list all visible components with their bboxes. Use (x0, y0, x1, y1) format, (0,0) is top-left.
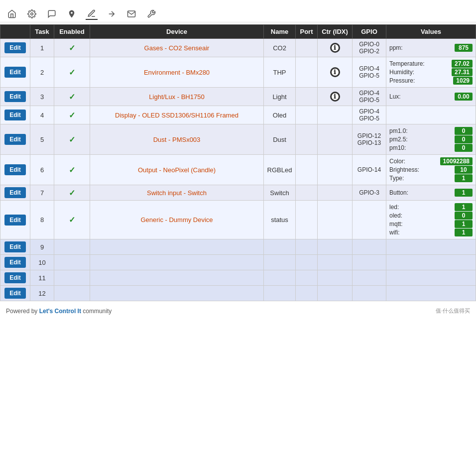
gpio-cell (353, 201, 386, 239)
value-row: wifi:1 (389, 229, 473, 236)
ctr-cell (318, 185, 353, 201)
chat-icon[interactable] (46, 8, 58, 20)
gpio-cell: GPIO-4GPIO-5 (353, 57, 386, 88)
value-badge: 1 (455, 220, 473, 228)
value-row: oled:0 (389, 212, 473, 220)
value-badge: 0 (455, 127, 473, 135)
enabled-cell: ✓ (54, 155, 90, 185)
home-icon[interactable] (6, 8, 18, 20)
table-row: Edit8✓Generic - Dummy Devicestatusled:1o… (0, 201, 476, 239)
device-name: Light/Lux - BH1750 (90, 88, 264, 106)
sensor-name: Dust (264, 124, 296, 155)
table-row: Edit3✓Light/Lux - BH1750LightℹGPIO-4GPIO… (0, 88, 476, 106)
pin-icon[interactable] (66, 8, 78, 20)
col-header-edit (0, 25, 30, 39)
footer-link[interactable]: Let's Control It (39, 308, 81, 315)
value-badge: 875 (455, 44, 473, 52)
value-badge: 1 (455, 229, 473, 236)
edit-button[interactable]: Edit (4, 164, 26, 175)
ctr-cell (318, 155, 353, 185)
port-cell (296, 270, 318, 286)
edit-button[interactable]: Edit (4, 257, 26, 268)
edit-button[interactable]: Edit (4, 134, 26, 145)
device-name: Generic - Dummy Device (90, 201, 264, 239)
value-label: Type: (389, 175, 404, 182)
checkmark-icon: ✓ (69, 68, 75, 77)
edit-button[interactable]: Edit (4, 110, 26, 120)
port-cell (296, 255, 318, 270)
table-row: Edit10 (0, 255, 476, 270)
value-row: led:1 (389, 203, 473, 211)
value-badge: 10092288 (440, 157, 473, 165)
value-badge: 1 (455, 174, 473, 182)
enabled-cell: ✓ (54, 124, 90, 155)
sensor-name: Light (264, 88, 296, 106)
sensor-name (264, 239, 296, 255)
sensor-name: CO2 (264, 39, 296, 57)
gpio-cell: GPIO-3 (353, 185, 386, 201)
edit-button[interactable]: Edit (4, 67, 26, 78)
ctr-cell (318, 239, 353, 255)
edit-button[interactable]: Edit (4, 91, 26, 102)
checkmark-icon: ✓ (69, 216, 75, 224)
edit-button[interactable]: Edit (4, 241, 26, 252)
gpio-cell: GPIO-0GPIO-2 (353, 39, 386, 57)
edit-cell: Edit (0, 88, 30, 106)
checkmark-icon: ✓ (69, 44, 75, 52)
port-cell (296, 88, 318, 106)
col-header-port: Port (296, 25, 318, 39)
checkmark-icon: ✓ (69, 93, 75, 101)
device-name (90, 270, 264, 286)
arrow-right-icon[interactable] (106, 8, 118, 20)
value-row: Temperature:27.02 (389, 60, 473, 68)
value-label: mqtt: (389, 221, 403, 228)
ctr-cell: ℹ (318, 57, 353, 88)
svg-point-0 (31, 13, 33, 15)
value-badge: 1 (455, 203, 473, 211)
enabled-cell: ✓ (54, 185, 90, 201)
value-label: pm2.5: (389, 136, 408, 143)
mail-icon[interactable] (125, 8, 137, 20)
table-row: Edit6✓Output - NeoPixel (Candle)RGBLedGP… (0, 155, 476, 185)
task-table: Task Enabled Device Name Port Ctr (IDX) … (0, 24, 476, 301)
settings-icon[interactable] (26, 8, 38, 20)
edit-button[interactable]: Edit (4, 42, 26, 53)
value-badge: 0 (455, 144, 473, 152)
edit-button[interactable]: Edit (4, 187, 26, 198)
value-row: pm10:0 (389, 144, 473, 152)
task-number: 8 (30, 201, 54, 239)
table-row: Edit4✓Display - OLED SSD1306/SH1106 Fram… (0, 106, 476, 124)
edit-cell: Edit (0, 239, 30, 255)
device-name (90, 239, 264, 255)
value-label: wifi: (389, 229, 400, 236)
values-cell: Color:10092288Brightness:10Type:1 (386, 155, 476, 185)
pencil-active-icon[interactable] (86, 8, 98, 20)
edit-button[interactable]: Edit (4, 215, 26, 226)
wrench-icon[interactable] (145, 8, 157, 20)
enabled-cell: ✓ (54, 88, 90, 106)
sensor-name (264, 286, 296, 301)
ctr-cell (318, 201, 353, 239)
value-badge: 1 (455, 189, 473, 197)
value-badge: 1029 (453, 77, 473, 85)
value-row: Humidity:27.31 (389, 68, 473, 76)
edit-cell: Edit (0, 185, 30, 201)
device-name: Display - OLED SSD1306/SH1106 Framed (90, 106, 264, 124)
edit-button[interactable]: Edit (4, 288, 26, 299)
gpio-cell (353, 255, 386, 270)
gpio-cell: GPIO-14 (353, 155, 386, 185)
ctr-cell (318, 124, 353, 155)
value-badge: 10 (455, 166, 473, 174)
enabled-cell: ✓ (54, 106, 90, 124)
device-name: Output - NeoPixel (Candle) (90, 155, 264, 185)
edit-cell: Edit (0, 270, 30, 286)
port-cell (296, 286, 318, 301)
gpio-cell (353, 239, 386, 255)
values-cell: Lux:0.00 (386, 88, 476, 106)
value-row: Lux:0.00 (389, 93, 473, 101)
checkmark-icon: ✓ (69, 135, 75, 144)
app-header (0, 0, 476, 6)
edit-button[interactable]: Edit (4, 272, 26, 283)
values-cell (386, 239, 476, 255)
ctr-cell: ℹ (318, 88, 353, 106)
